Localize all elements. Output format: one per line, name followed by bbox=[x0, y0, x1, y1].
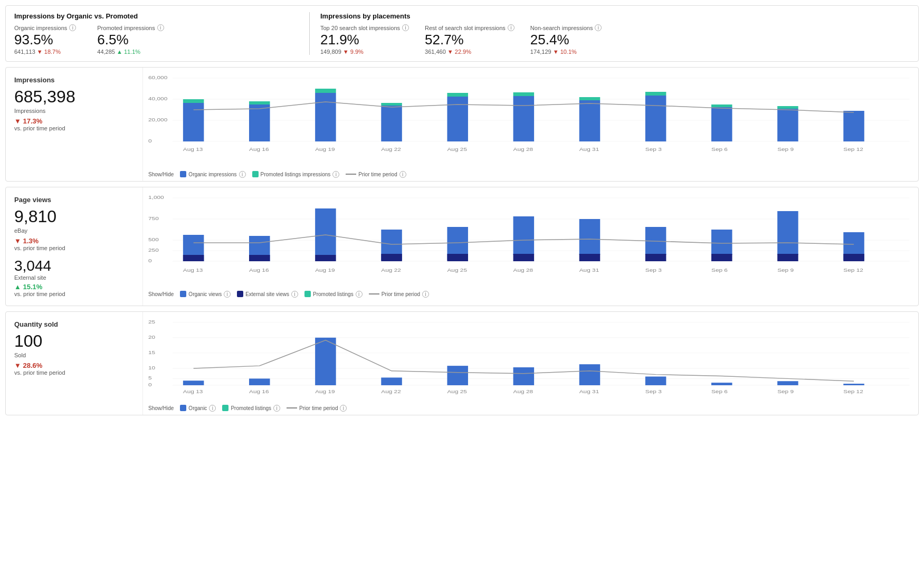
svg-rect-23 bbox=[645, 92, 666, 96]
svg-text:Sep 3: Sep 3 bbox=[645, 267, 662, 272]
quantity-svg: 25 20 15 10 5 0 bbox=[148, 317, 913, 402]
svg-text:Aug 19: Aug 19 bbox=[315, 267, 335, 272]
organic-impressions-legend-box bbox=[180, 171, 186, 177]
organic-metric: Organic impressions i 93.5% 641,113 ▼ 18… bbox=[14, 24, 76, 55]
svg-rect-18 bbox=[513, 96, 535, 141]
pageviews-sub-label: External site bbox=[14, 274, 134, 281]
quantity-title: Quantity sold bbox=[14, 320, 134, 328]
quantity-trend-label: vs. prior time period bbox=[14, 369, 134, 376]
svg-text:Aug 22: Aug 22 bbox=[381, 389, 401, 394]
svg-text:0: 0 bbox=[148, 138, 152, 143]
quantity-trend: ▼ 28.6% bbox=[14, 362, 134, 369]
svg-text:0: 0 bbox=[148, 258, 152, 263]
svg-text:25: 25 bbox=[148, 319, 155, 324]
quantity-chart-left: Quantity sold 100 Sold ▼ 28.6% vs. prior… bbox=[6, 312, 143, 415]
legend-promoted-views: Promoted listings i bbox=[304, 291, 363, 298]
legend-prior-quantity-info[interactable]: i bbox=[340, 405, 347, 412]
external-views-legend-box bbox=[237, 291, 243, 297]
prior-quantity-legend-line bbox=[287, 407, 297, 408]
pageviews-sub-value: 3,044 bbox=[14, 258, 134, 274]
svg-rect-28 bbox=[843, 111, 864, 141]
legend-organic-views-info[interactable]: i bbox=[224, 291, 231, 298]
svg-rect-25 bbox=[711, 104, 732, 107]
pageviews-legend: Show/Hide Organic views i External site … bbox=[148, 291, 913, 298]
legend-organic-info[interactable]: i bbox=[239, 171, 246, 178]
promoted-info-icon[interactable]: i bbox=[157, 24, 164, 31]
svg-text:Aug 16: Aug 16 bbox=[249, 146, 269, 151]
legend-prior-views-info[interactable]: i bbox=[422, 291, 429, 298]
svg-text:Sep 12: Sep 12 bbox=[843, 146, 863, 151]
pageviews-main-trend: ▼ 1.3% bbox=[14, 237, 134, 245]
organic-value: 93.5% bbox=[14, 32, 76, 47]
svg-text:Aug 28: Aug 28 bbox=[513, 267, 534, 272]
legend-prior-impressions-info[interactable]: i bbox=[399, 171, 406, 178]
svg-rect-12 bbox=[315, 93, 336, 141]
promoted-trend: ▲ 11.1% bbox=[117, 49, 140, 55]
rest-trend: ▼ 22.9% bbox=[447, 49, 471, 55]
svg-text:Aug 25: Aug 25 bbox=[447, 389, 467, 394]
svg-rect-96 bbox=[183, 381, 204, 385]
svg-rect-21 bbox=[579, 97, 601, 100]
svg-rect-66 bbox=[645, 254, 666, 261]
legend-organic-quantity-info[interactable]: i bbox=[209, 405, 216, 412]
svg-text:Aug 16: Aug 16 bbox=[249, 389, 269, 394]
nonsearch-info-icon[interactable]: i bbox=[595, 24, 602, 31]
svg-rect-27 bbox=[777, 106, 798, 109]
svg-text:750: 750 bbox=[148, 215, 159, 221]
nonsearch-metric: Non-search impressions i 25.4% 174,129 ▼… bbox=[530, 24, 602, 55]
pageviews-sub-trend-label: vs. prior time period bbox=[14, 291, 134, 297]
placement-title: Impressions by placements bbox=[320, 12, 910, 20]
legend-promoted-impressions-info[interactable]: i bbox=[332, 171, 339, 178]
legend-promoted-quantity: Promoted listings i bbox=[222, 405, 280, 412]
svg-rect-72 bbox=[843, 254, 864, 261]
legend-organic-views: Organic views i bbox=[180, 291, 231, 298]
rest-value: 52.7% bbox=[425, 32, 515, 47]
svg-text:Sep 9: Sep 9 bbox=[777, 146, 794, 151]
svg-text:Aug 28: Aug 28 bbox=[513, 389, 534, 394]
svg-text:Aug 13: Aug 13 bbox=[183, 267, 203, 272]
pageviews-chart-left: Page views 9,810 eBay ▼ 1.3% vs. prior t… bbox=[6, 187, 143, 306]
nonsearch-value: 25.4% bbox=[530, 32, 602, 47]
pageviews-main-label: eBay bbox=[14, 227, 134, 234]
promoted-listings-impressions-legend-box bbox=[252, 171, 259, 177]
svg-rect-15 bbox=[381, 103, 402, 106]
svg-rect-70 bbox=[777, 254, 798, 261]
svg-rect-102 bbox=[579, 364, 601, 385]
svg-text:Sep 6: Sep 6 bbox=[711, 146, 728, 151]
svg-rect-22 bbox=[645, 96, 666, 141]
svg-rect-105 bbox=[777, 381, 798, 385]
svg-text:Aug 19: Aug 19 bbox=[315, 389, 335, 394]
svg-text:Sep 6: Sep 6 bbox=[711, 389, 728, 394]
rest-info-icon[interactable]: i bbox=[508, 24, 515, 31]
pageviews-sub-trend: ▲ 15.1% bbox=[14, 283, 134, 291]
quantity-main-value: 100 bbox=[14, 331, 134, 351]
svg-rect-98 bbox=[315, 337, 336, 385]
svg-rect-101 bbox=[513, 367, 535, 385]
svg-text:20,000: 20,000 bbox=[148, 117, 167, 122]
svg-rect-62 bbox=[513, 254, 535, 261]
svg-rect-11 bbox=[249, 101, 270, 104]
svg-rect-69 bbox=[777, 211, 798, 255]
top20-trend: ▼ 9.9% bbox=[343, 49, 364, 55]
quantity-show-hide-label[interactable]: Show/Hide bbox=[148, 405, 174, 411]
legend-promoted-views-info[interactable]: i bbox=[356, 291, 363, 298]
svg-text:Sep 3: Sep 3 bbox=[645, 146, 662, 151]
pageviews-show-hide-label[interactable]: Show/Hide bbox=[148, 291, 174, 297]
quantity-legend: Show/Hide Organic i Promoted listings i … bbox=[148, 405, 913, 412]
legend-external-views-info[interactable]: i bbox=[291, 291, 298, 298]
promoted-metric: Promoted impressions i 6.5% 44,285 ▲ 11.… bbox=[97, 24, 164, 55]
prior-impressions-legend-line bbox=[346, 174, 356, 175]
svg-text:250: 250 bbox=[148, 247, 159, 252]
organic-info-icon[interactable]: i bbox=[69, 24, 76, 31]
svg-text:Sep 3: Sep 3 bbox=[645, 389, 662, 394]
svg-text:5: 5 bbox=[148, 375, 152, 380]
svg-text:Aug 31: Aug 31 bbox=[579, 146, 599, 151]
impressions-show-hide-label[interactable]: Show/Hide bbox=[148, 172, 174, 177]
rest-metric: Rest of search slot impressions i 52.7% … bbox=[425, 24, 515, 55]
impressions-trend: ▼ 17.3% bbox=[14, 117, 134, 125]
svg-rect-16 bbox=[447, 97, 468, 141]
legend-promoted-quantity-info[interactable]: i bbox=[273, 405, 280, 412]
svg-rect-99 bbox=[381, 377, 402, 385]
top20-info-icon[interactable]: i bbox=[402, 24, 409, 31]
metrics-row: Impressions by Organic vs. Promoted Orga… bbox=[14, 12, 910, 55]
